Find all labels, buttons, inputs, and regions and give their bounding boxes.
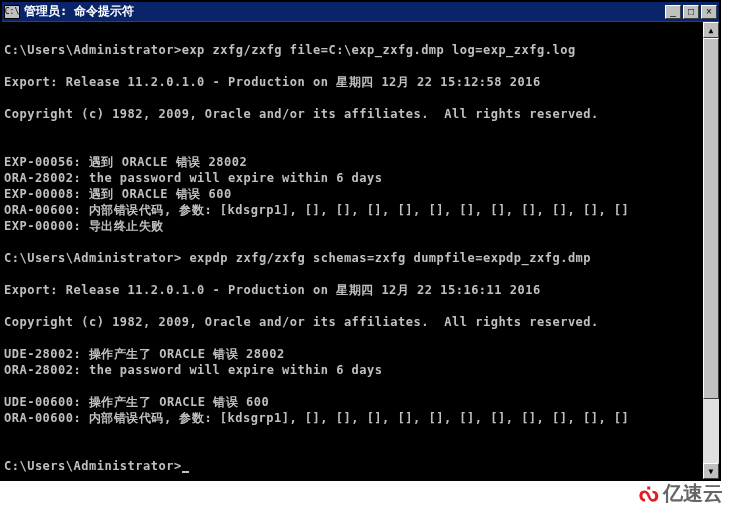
watermark: ᔔ 亿速云 <box>639 480 723 507</box>
scroll-up-button[interactable]: ▲ <box>703 22 719 38</box>
terminal-line: ORA-00600: 内部错误代码, 参数: [kdsgrp1], [], []… <box>4 202 701 218</box>
terminal-line <box>4 442 701 458</box>
terminal-line: C:\Users\Administrator> expdp zxfg/zxfg … <box>4 250 701 266</box>
terminal-line: ORA-28002: the password will expire with… <box>4 170 701 186</box>
terminal-line <box>4 26 701 42</box>
scroll-thumb[interactable] <box>703 38 719 399</box>
terminal-line: ORA-00600: 内部错误代码, 参数: [kdsgrp1], [], []… <box>4 410 701 426</box>
app-icon: C:\ <box>4 5 20 19</box>
watermark-text: 亿速云 <box>663 480 723 507</box>
terminal-line: UDE-00600: 操作产生了 ORACLE 错误 600 <box>4 394 701 410</box>
terminal-area: C:\Users\Administrator>exp zxfg/zxfg fil… <box>2 22 719 479</box>
minimize-button[interactable]: _ <box>665 5 681 19</box>
terminal-line: Export: Release 11.2.0.1.0 - Production … <box>4 74 701 90</box>
terminal-line: C:\Users\Administrator>exp zxfg/zxfg fil… <box>4 42 701 58</box>
title-buttons: _ □ × <box>665 5 717 19</box>
terminal-line <box>4 378 701 394</box>
titlebar: C:\ 管理员: 命令提示符 _ □ × <box>2 2 719 22</box>
terminal-line <box>4 298 701 314</box>
cursor <box>182 471 189 473</box>
terminal-line: Export: Release 11.2.0.1.0 - Production … <box>4 282 701 298</box>
terminal-line <box>4 122 701 138</box>
scroll-track[interactable] <box>703 38 719 463</box>
vertical-scrollbar[interactable]: ▲ ▼ <box>703 22 719 479</box>
terminal-line <box>4 330 701 346</box>
terminal-line: ORA-28002: the password will expire with… <box>4 362 701 378</box>
terminal-line <box>4 266 701 282</box>
terminal-line: C:\Users\Administrator> <box>4 458 701 474</box>
terminal-line: UDE-28002: 操作产生了 ORACLE 错误 28002 <box>4 346 701 362</box>
maximize-button[interactable]: □ <box>683 5 699 19</box>
terminal-line <box>4 234 701 250</box>
terminal-line <box>4 90 701 106</box>
terminal-line: EXP-00008: 遇到 ORACLE 错误 600 <box>4 186 701 202</box>
scroll-down-button[interactable]: ▼ <box>703 463 719 479</box>
terminal-line: Copyright (c) 1982, 2009, Oracle and/or … <box>4 106 701 122</box>
terminal-line <box>4 138 701 154</box>
close-button[interactable]: × <box>701 5 717 19</box>
terminal-line: EXP-00056: 遇到 ORACLE 错误 28002 <box>4 154 701 170</box>
cmd-window: C:\ 管理员: 命令提示符 _ □ × C:\Users\Administra… <box>0 0 721 481</box>
terminal-line: Copyright (c) 1982, 2009, Oracle and/or … <box>4 314 701 330</box>
watermark-logo-icon: ᔔ <box>639 481 659 507</box>
terminal-line: EXP-00000: 导出终止失败 <box>4 218 701 234</box>
terminal-line <box>4 58 701 74</box>
terminal-line <box>4 426 701 442</box>
window-title: 管理员: 命令提示符 <box>24 3 665 20</box>
terminal-output[interactable]: C:\Users\Administrator>exp zxfg/zxfg fil… <box>2 22 703 479</box>
